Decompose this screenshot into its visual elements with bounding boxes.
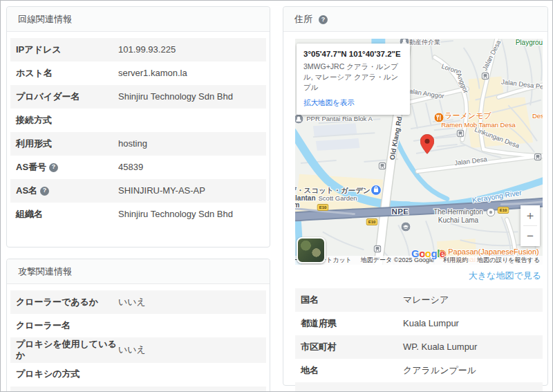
help-icon[interactable]: ? xyxy=(49,163,58,172)
info-row: 都道府県Kuala Lumpur xyxy=(295,312,543,335)
info-row: プロキシの方式 xyxy=(10,363,266,386)
map-label[interactable]: The Hermington Kuchai Lama xyxy=(433,208,483,225)
zoom-in-button[interactable]: ＋ xyxy=(521,205,540,225)
e10-icon: E10 xyxy=(317,204,329,211)
school-icon[interactable] xyxy=(401,222,411,232)
info-row: 市区町村WP. Kuala Lumpur xyxy=(295,335,543,359)
google-map-embed[interactable]: 不動産仲介業PlaygroundJalan DesaLorongAnggorJa… xyxy=(295,39,543,265)
info-row: ホスト名server1.kamon.la xyxy=(10,62,266,85)
bus-icon[interactable] xyxy=(482,73,489,80)
row-value: SHINJIRU-MY-AS-AP xyxy=(118,185,205,196)
row-value: Shinjiru Technology Sdn Bhd xyxy=(118,91,233,102)
bus-icon[interactable] xyxy=(457,130,465,138)
attack-info-body: クローラーであるかいいえクローラー名プロキシを使用しているかいいえプロキシの方式 xyxy=(7,284,270,392)
row-value: いいえ xyxy=(118,344,146,355)
bus-icon[interactable] xyxy=(379,162,386,170)
info-row: プロバイダー名Shinjiru Technology Sdn Bhd xyxy=(10,85,266,109)
row-value: WP. Kuala Lumpur xyxy=(403,342,477,353)
e10-icon: E10 xyxy=(366,218,378,225)
enlarge-map-link[interactable]: 拡大地図を表示 xyxy=(303,98,403,108)
info-row: AS番号?45839 xyxy=(10,156,266,179)
view-larger-map-link[interactable]: 大きな地図で見る xyxy=(469,270,541,281)
info-row-partial xyxy=(10,386,266,392)
bus-icon[interactable] xyxy=(534,153,542,161)
google-logo[interactable]: Google xyxy=(411,248,445,259)
map-pin-icon[interactable] xyxy=(420,134,434,157)
map-label[interactable]: Desa xyxy=(532,112,543,120)
row-label: クローラーであるか xyxy=(16,297,118,308)
line-info-body: IPアドレス101.99.93.225ホスト名server1.kamon.laプ… xyxy=(7,32,270,247)
address-header: 住所 ? xyxy=(283,7,547,32)
row-label: 接続方式 xyxy=(16,115,118,126)
map-label[interactable]: PPR Pantai Ria Blok A xyxy=(306,115,373,122)
google-logo-letter: o xyxy=(419,248,425,259)
attribution-link[interactable]: 利用規約 xyxy=(443,256,468,265)
info-row: 組織名Shinjiru Technology Sdn Bhd xyxy=(10,203,266,226)
map-label[interactable]: Playground xyxy=(516,39,543,47)
row-value: いいえ xyxy=(118,297,146,308)
e10-icon: E10 xyxy=(498,207,509,214)
map-label: m xyxy=(295,201,299,209)
row-label: プロキシの方式 xyxy=(16,368,118,380)
google-logo-letter: o xyxy=(425,248,431,259)
map-label: NPE xyxy=(392,207,409,217)
info-row: 地名クアラルンプール xyxy=(295,359,543,382)
map-link-row: 大きな地図で見る xyxy=(295,270,541,282)
info-row: クローラー名 xyxy=(10,314,266,337)
card-gap xyxy=(6,248,270,259)
row-label: プロキシを使用しているか xyxy=(16,339,118,362)
attack-info-header: 攻撃関連情報 xyxy=(7,259,270,284)
attack-info-card: 攻撃関連情報 クローラーであるかいいえクローラー名プロキシを使用しているかいいえ… xyxy=(6,259,270,392)
info-row: クローラーであるかいいえ xyxy=(10,290,266,314)
google-logo-letter: e xyxy=(440,248,445,259)
address-card: 住所 ? xyxy=(283,6,548,386)
ip-info-page: 回線関連情報 IPアドレス101.99.93.225ホスト名server1.ka… xyxy=(0,0,553,392)
left-column: 回線関連情報 IPアドレス101.99.93.225ホスト名server1.ka… xyxy=(6,6,270,386)
row-value: Kuala Lumpur xyxy=(403,318,459,329)
line-info-header: 回線関連情報 xyxy=(7,7,270,32)
bus-icon[interactable] xyxy=(374,245,382,253)
map-label[interactable]: ラーメンモブ xyxy=(444,111,491,120)
restaurant-icon[interactable] xyxy=(434,113,444,123)
svg-text:E10: E10 xyxy=(319,205,327,209)
row-label: 都道府県 xyxy=(301,318,403,329)
poi-white-icon[interactable] xyxy=(487,208,496,217)
row-value: 45839 xyxy=(118,162,143,173)
attack-info-title: 攻撃関連情報 xyxy=(18,265,72,278)
poi-gray-icon[interactable] xyxy=(295,114,304,124)
help-icon[interactable]: ? xyxy=(319,15,328,24)
google-logo-letter: G xyxy=(411,248,419,259)
row-label: ホスト名 xyxy=(16,68,118,79)
svg-text:E10: E10 xyxy=(368,220,376,224)
row-label: AS名? xyxy=(16,185,118,196)
map-info-window: 3°05'47.7"N 101°40'37.2"E 3MWG+JRC クアラ・ル… xyxy=(297,44,410,115)
coordinates-text: 3°05'47.7"N 101°40'37.2"E xyxy=(303,50,403,58)
map-zoom-control: ＋ − xyxy=(521,205,540,246)
row-label: 国名 xyxy=(301,295,403,306)
help-icon[interactable]: ? xyxy=(40,187,49,196)
info-row: AS名?SHINJIRU-MY-AS-AP xyxy=(10,179,266,203)
google-logo-letter: g xyxy=(431,248,438,259)
row-value: マレーシア xyxy=(403,295,449,306)
row-label: プロバイダー名 xyxy=(16,91,118,102)
row-label: クローラー名 xyxy=(16,320,118,331)
mall-icon[interactable] xyxy=(371,185,382,196)
info-row-partial xyxy=(295,382,543,392)
info-row: IPアドレス101.99.93.225 xyxy=(10,38,266,62)
line-info-card: 回線関連情報 IPアドレス101.99.93.225ホスト名server1.ka… xyxy=(6,6,270,248)
info-row: 国名マレーシア xyxy=(295,288,543,312)
satellite-layer-toggle[interactable] xyxy=(297,237,326,263)
zoom-out-button[interactable]: − xyxy=(521,226,540,246)
row-label: 地名 xyxy=(301,365,403,376)
svg-text:E10: E10 xyxy=(500,208,507,212)
row-label: 利用形式 xyxy=(16,138,118,149)
attribution-link[interactable]: 地図の誤りを報告する xyxy=(477,256,540,265)
row-value: クアラルンプール xyxy=(403,365,476,376)
map-label[interactable]: ザ・スコット・ガーデン xyxy=(295,186,371,195)
line-info-title: 回線関連情報 xyxy=(18,13,72,26)
row-label: AS番号? xyxy=(16,162,118,173)
address-body: 不動産仲介業PlaygroundJalan DesaLorongAnggorJa… xyxy=(283,32,547,392)
row-value: server1.kamon.la xyxy=(118,68,187,79)
info-row: 利用形式hosting xyxy=(10,132,266,156)
row-label: IPアドレス xyxy=(16,44,118,55)
